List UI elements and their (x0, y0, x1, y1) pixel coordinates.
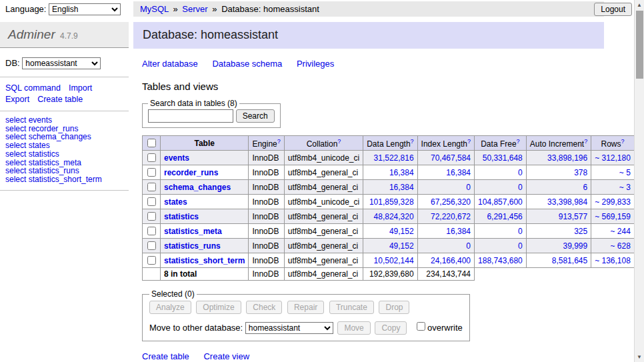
auto-increment-link[interactable]: 6 (583, 183, 587, 192)
table-name-link[interactable]: schema_changes (164, 183, 231, 192)
index-length-link[interactable]: 70,467,584 (431, 153, 471, 163)
data-free-link[interactable]: 0 (518, 183, 523, 192)
rows-count-link[interactable]: ~ 136,108 (595, 256, 631, 265)
table-name-link[interactable]: statistics (164, 212, 199, 221)
table-name-link[interactable]: events (164, 153, 189, 163)
scroll-up-arrow-icon[interactable]: ▲ (635, 0, 644, 10)
sidebar-item-select-statistics[interactable]: select statistics (5, 150, 123, 159)
help-icon[interactable]: ? (337, 138, 341, 145)
breadcrumb-server-link[interactable]: Server (182, 4, 207, 14)
analyze-button[interactable]: Analyze (149, 301, 191, 314)
row-select-checkbox[interactable] (147, 227, 156, 235)
index-length-link[interactable]: 0 (466, 183, 471, 192)
drop-button[interactable]: Drop (379, 301, 409, 314)
create-table-link[interactable]: Create table (142, 351, 189, 361)
auto-increment-link[interactable]: 39,999 (563, 241, 587, 251)
rows-count-link[interactable]: ~ 3 (619, 183, 631, 192)
data-length-link[interactable]: 48,824,320 (374, 212, 414, 221)
privileges-link[interactable]: Privileges (297, 59, 334, 69)
sql-command-link[interactable]: SQL command (5, 83, 61, 93)
scrollbar[interactable]: ▲ ▼ (634, 0, 644, 362)
check-button[interactable]: Check (246, 301, 282, 314)
collation-cell: utf8mb4_general_ci (284, 165, 363, 180)
index-length-link[interactable]: 0 (466, 241, 471, 251)
data-length-link[interactable]: 101,859,328 (369, 197, 414, 207)
table-name-link[interactable]: statistics_short_term (164, 256, 245, 265)
index-length-link[interactable]: 24,166,400 (431, 256, 471, 265)
repair-button[interactable]: Repair (287, 301, 324, 314)
data-length-link[interactable]: 16,384 (389, 183, 414, 192)
rows-count-link[interactable]: ~ 299,833 (595, 197, 631, 207)
auto-increment-link[interactable]: 33,398,984 (547, 197, 587, 207)
table-name-link[interactable]: statistics_runs (164, 241, 221, 251)
data-length-link[interactable]: 49,152 (389, 227, 414, 236)
optimize-button[interactable]: Optimize (196, 301, 241, 314)
search-input[interactable] (148, 109, 233, 123)
data-length-link[interactable]: 10,502,144 (374, 256, 414, 265)
auto-increment-link[interactable]: 378 (574, 168, 587, 177)
row-select-checkbox[interactable] (147, 256, 156, 265)
data-free-link[interactable]: 0 (518, 227, 523, 236)
db-select[interactable]: homeassistant (22, 57, 101, 69)
overwrite-checkbox[interactable] (417, 322, 425, 331)
rows-count-link[interactable]: ~ 628 (611, 241, 631, 251)
index-length-link[interactable]: 16,384 (446, 227, 471, 236)
data-free-link[interactable]: 6,291,456 (487, 212, 522, 221)
data-length-link[interactable]: 16,384 (389, 168, 414, 177)
index-length-link[interactable]: 67,256,320 (431, 197, 471, 207)
rows-count-link[interactable]: ~ 244 (611, 227, 631, 236)
help-icon[interactable]: ? (411, 138, 414, 145)
data-length-link[interactable]: 49,152 (389, 241, 414, 251)
auto-increment-link[interactable]: 325 (574, 227, 587, 236)
row-select-checkbox[interactable] (147, 183, 156, 191)
scroll-down-arrow-icon[interactable]: ▼ (635, 352, 644, 362)
index-length-link[interactable]: 72,220,672 (431, 212, 471, 221)
index-length-link[interactable]: 16,384 (446, 168, 471, 177)
help-icon[interactable]: ? (277, 138, 281, 145)
export-link[interactable]: Export (5, 95, 29, 104)
row-select-checkbox[interactable] (147, 197, 156, 206)
rows-count-link[interactable]: ~ 312,180 (595, 153, 631, 163)
truncate-button[interactable]: Truncate (329, 301, 374, 314)
scrollbar-thumb[interactable] (636, 11, 643, 79)
logout-button[interactable]: Logout (594, 3, 632, 16)
help-icon[interactable]: ? (467, 138, 471, 145)
move-button[interactable]: Move (337, 321, 370, 335)
table-name-link[interactable]: recorder_runs (164, 168, 218, 177)
table-name-link[interactable]: statistics_meta (164, 227, 222, 236)
auto-increment-link[interactable]: 33,898,196 (547, 153, 587, 163)
rows-count-link[interactable]: ~ 569,159 (595, 212, 631, 221)
sidebar-item-select-statistics-short-term[interactable]: select statistics_short_term (5, 175, 123, 184)
data-free-link[interactable]: 50,331,648 (483, 153, 523, 163)
create-view-link[interactable]: Create view (203, 351, 249, 361)
language-select[interactable]: English (49, 3, 121, 15)
database-schema-link[interactable]: Database schema (212, 59, 282, 69)
data-free-link[interactable]: 0 (518, 241, 523, 251)
row-select-checkbox[interactable] (147, 212, 156, 221)
data-free-link[interactable]: 188,743,680 (478, 256, 523, 265)
auto-increment-link[interactable]: 8,581,645 (552, 256, 587, 265)
data-free-link[interactable]: 104,857,600 (478, 197, 523, 207)
row-select-checkbox[interactable] (147, 153, 156, 162)
row-select-checkbox[interactable] (147, 241, 156, 250)
sidebar-item-select-states[interactable]: select states (5, 141, 123, 150)
copy-button[interactable]: Copy (375, 321, 407, 335)
create-table-sidebar-link[interactable]: Create table (37, 95, 83, 104)
breadcrumb-mysql-link[interactable]: MySQL (140, 4, 169, 14)
rows-count-link[interactable]: ~ 5 (619, 168, 631, 177)
auto-increment-link[interactable]: 913,577 (559, 212, 587, 221)
sidebar-item-select-events[interactable]: select events (5, 116, 123, 125)
select-all-checkbox[interactable] (147, 139, 156, 147)
data-free-link[interactable]: 0 (518, 168, 523, 177)
import-link[interactable]: Import (69, 83, 92, 93)
search-fieldset: Search data in tables (8) Search (142, 99, 281, 128)
help-icon[interactable]: ? (621, 138, 625, 145)
help-icon[interactable]: ? (517, 138, 520, 145)
help-icon[interactable]: ? (584, 138, 587, 145)
table-name-link[interactable]: states (164, 197, 187, 207)
alter-database-link[interactable]: Alter database (142, 59, 198, 69)
row-select-checkbox[interactable] (147, 168, 156, 177)
data-length-link[interactable]: 31,522,816 (374, 153, 414, 163)
search-button[interactable]: Search (236, 109, 275, 123)
move-db-select[interactable]: homeassistant (245, 322, 333, 334)
